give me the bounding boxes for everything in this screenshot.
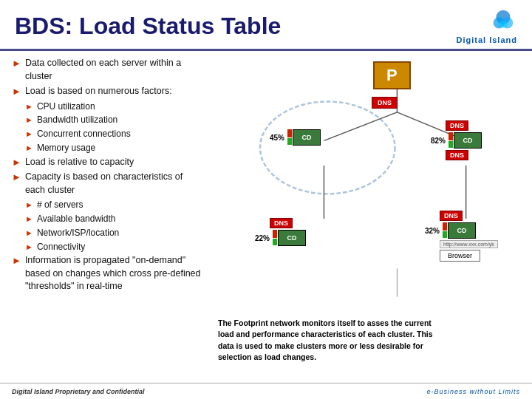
sub-text-memory: Memory usage xyxy=(37,142,95,154)
bullet-5: ► Information is propagated "on-demand" … xyxy=(12,254,202,293)
main-content: ► Data collected on each server within a… xyxy=(0,51,532,399)
sub-bullet-connectivity: ► Connectivity xyxy=(25,241,202,253)
sub-arrow-avail-bw: ► xyxy=(25,214,33,223)
sub-text-connectivity: Connectivity xyxy=(37,241,85,253)
cluster-top-left: 45% CD xyxy=(270,129,321,146)
footer-left: Digital Island Proprietary and Confident… xyxy=(12,388,145,395)
cluster-bottom-right: DNS 32% CD http://www.xxx. xyxy=(425,211,498,262)
dns-top-right: DNS xyxy=(446,120,468,131)
bullet-4: ► Capacity is based on characteristics o… xyxy=(12,171,202,197)
p-box: P xyxy=(373,61,411,89)
right-panel: P DNS 45% CD xyxy=(211,51,532,399)
sub-arrow-bandwidth: ► xyxy=(25,115,33,124)
sub-text-servers: # of servers xyxy=(37,199,83,211)
dns-top-label: DNS xyxy=(378,99,392,106)
sub-arrow-memory: ► xyxy=(25,143,33,152)
page-title: BDS: Load Status Table xyxy=(15,13,281,40)
bullet-text-3: Load is relative to capacity xyxy=(25,156,134,169)
dns-top: DNS xyxy=(372,97,398,109)
indicator-bottom-left xyxy=(273,230,277,246)
bullet-arrow-3: ► xyxy=(12,157,21,168)
sub-bullet-avail-bw: ► Available bandwidth xyxy=(25,213,202,225)
bullet-1: ► Data collected on each server within a… xyxy=(12,57,202,83)
sub-bullet-concurrent: ► Concurrent connections xyxy=(25,128,202,140)
browser-box: Browser xyxy=(440,250,480,262)
info-text: The Footprint network monitors itself to… xyxy=(218,318,433,361)
sub-text-cpu: CPU utilization xyxy=(37,100,95,113)
svg-point-4 xyxy=(260,101,395,194)
sub-bullets-4: ► # of servers ► Available bandwidth ► N… xyxy=(25,199,202,253)
url-text: http://www.xxx.com/yk xyxy=(443,242,494,247)
percent-top-left: 45% xyxy=(270,134,284,142)
svg-line-6 xyxy=(324,112,397,140)
info-text-bold: The Footprint network monitors itself to… xyxy=(218,318,433,361)
bullet-text-2: Load is based on numerous factors: xyxy=(25,85,172,98)
logo-area: Digital Island xyxy=(457,7,517,44)
sub-text-bandwidth: Bandwidth utilization xyxy=(37,114,117,126)
cluster-bottom-left: DNS 22% CD xyxy=(255,218,306,246)
dns-top-right-2: DNS xyxy=(446,150,468,160)
indicator-top-right xyxy=(449,132,453,149)
dns-bottom-left: DNS xyxy=(270,218,293,228)
left-panel: ► Data collected on each server within a… xyxy=(0,51,211,399)
bullet-2: ► Load is based on numerous factors: xyxy=(12,85,202,98)
server-top-right: CD xyxy=(454,132,482,149)
sub-arrow-connectivity: ► xyxy=(25,242,33,251)
sub-arrow-network: ► xyxy=(25,228,33,237)
browser-label: Browser xyxy=(448,252,472,259)
info-box: The Footprint network monitors itself to… xyxy=(218,318,447,363)
sub-bullet-servers: ► # of servers xyxy=(25,199,202,211)
p-label: P xyxy=(386,66,398,84)
bullet-arrow-5: ► xyxy=(12,255,21,266)
header: BDS: Load Status Table Digital Island xyxy=(0,0,532,51)
percent-top-right: 82% xyxy=(431,137,446,145)
footer: Digital Island Proprietary and Confident… xyxy=(0,383,532,399)
bullet-arrow-2: ► xyxy=(12,86,21,97)
sub-bullet-network: ► Network/ISP/location xyxy=(25,227,202,239)
footer-right: e-Business without Limits xyxy=(426,388,520,395)
sub-bullets-2: ► CPU utilization ► Bandwidth utilizatio… xyxy=(25,100,202,154)
bullet-arrow-4: ► xyxy=(12,171,21,183)
server-bottom-left: CD xyxy=(278,230,306,246)
server-top-left: CD xyxy=(293,129,321,146)
percent-bottom-right: 32% xyxy=(425,227,440,235)
sub-text-network: Network/ISP/location xyxy=(37,227,119,239)
indicator-bottom-right xyxy=(443,222,447,239)
sub-bullet-memory: ► Memory usage xyxy=(25,142,202,154)
server-bottom-right: CD xyxy=(448,222,476,239)
bullet-text-4: Capacity is based on characteristics of … xyxy=(25,171,202,197)
bullet-text-5: Information is propagated "on-demand" ba… xyxy=(25,254,202,293)
bullet-3: ► Load is relative to capacity xyxy=(12,156,202,169)
sub-arrow-cpu: ► xyxy=(25,102,33,111)
sub-arrow-concurrent: ► xyxy=(25,129,33,138)
dns-bottom-right: DNS xyxy=(440,211,463,221)
sub-text-avail-bw: Available bandwidth xyxy=(37,213,116,225)
sub-arrow-servers: ► xyxy=(25,200,33,209)
p-cluster: P xyxy=(373,61,411,89)
url-bar: http://www.xxx.com/yk xyxy=(440,240,498,248)
bullet-text-1: Data collected on each server within a c… xyxy=(25,57,202,83)
cluster-top-right: DNS 82% CD DNS xyxy=(431,120,482,160)
bullet-arrow-1: ► xyxy=(12,58,21,69)
indicator-top-left xyxy=(287,129,292,146)
sub-text-concurrent: Concurrent connections xyxy=(37,128,131,140)
sub-bullet-bandwidth: ► Bandwidth utilization xyxy=(25,114,202,126)
percent-bottom-left: 22% xyxy=(255,234,270,242)
logo-icon xyxy=(489,7,517,35)
diagram: P DNS 45% CD xyxy=(211,55,526,382)
logo-text: Digital Island xyxy=(457,35,517,44)
svg-point-3 xyxy=(498,21,508,28)
sub-bullet-cpu: ► CPU utilization xyxy=(25,100,202,113)
